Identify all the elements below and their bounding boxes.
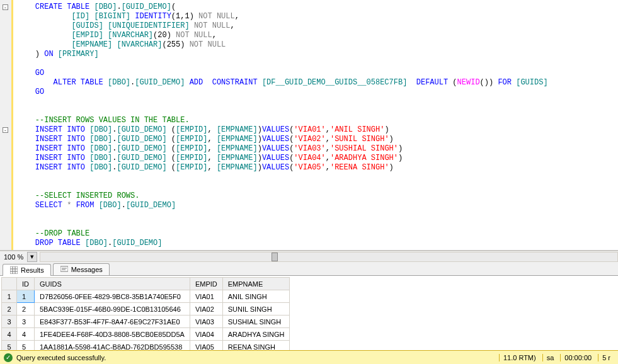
status-right: 11.0 RTM) sa 00:00:00 5 r [499,354,614,361]
cell[interactable]: ANIL SINGH [222,290,290,303]
column-header[interactable]: GUIDS [35,278,190,290]
status-rows: 5 r [598,354,614,361]
code-line[interactable] [17,210,614,220]
table-row[interactable]: 225BAC939E-015F-46B0-99DE-1C0B13105646VI… [2,303,290,316]
results-grid-area: IDGUIDSEMPIDEMPNAME11D7B26056-0FEE-4829-… [0,276,618,350]
status-user: sa [542,354,558,361]
cell[interactable]: 1FE4DEE4-F68F-40D3-8808-5BCB0E85DD5A [35,328,190,341]
svg-rect-0 [10,266,18,274]
code-line[interactable]: [EMPNAME] [NVARCHAR](255) NOT NULL [17,40,614,50]
code-line[interactable] [17,182,614,191]
cell[interactable]: 3 [17,316,35,328]
code-line[interactable]: SELECT * FROM [DBO].[GUID_DEMO] [17,201,614,210]
table-row[interactable]: 441FE4DEE4-F68F-40D3-8808-5BCB0E85DD5AVI… [2,328,290,341]
code-area[interactable]: CREATE TABLE [DBO].[GUID_DEMO]( [ID] [BI… [11,0,618,251]
row-number[interactable]: 3 [2,316,17,328]
horizontal-scrollbar[interactable] [40,252,618,262]
table-row[interactable]: 551AA1881A-5598-41AC-B8AD-762DBD595538VI… [2,341,290,351]
code-line[interactable]: [EMPID] [NVARCHAR](20) NOT NULL, [17,31,614,40]
code-line[interactable]: [ID] [BIGINT] IDENTITY(1,1) NOT NULL, [17,12,614,21]
row-number[interactable]: 4 [2,328,17,341]
code-line[interactable] [17,97,614,106]
code-line[interactable] [17,59,614,69]
cell[interactable]: SUNIL SINGH [222,303,290,316]
row-number[interactable]: 2 [2,303,17,316]
code-line[interactable]: ) ON [PRIMARY] [17,50,614,59]
status-bar: ✓ Query executed successfully. 11.0 RTM)… [0,350,618,364]
column-header[interactable] [2,278,17,290]
table-row[interactable]: 33E843F377-B53F-4F7F-8A47-6E9C27F31AE0VI… [2,316,290,328]
cell[interactable]: E843F377-B53F-4F7F-8A47-6E9C27F31AE0 [35,316,190,328]
code-line[interactable]: --DROP TABLE [17,229,614,239]
code-line[interactable]: INSERT INTO [DBO].[GUID_DEMO] ([EMPID], … [17,135,614,144]
success-icon: ✓ [4,353,13,362]
tab-results-label: Results [21,266,44,274]
column-header[interactable]: ID [17,278,35,290]
table-row[interactable]: 11D7B26056-0FEE-4829-9BC8-35B1A740E5F0VI… [2,290,290,303]
cell[interactable]: VIA02 [190,303,222,316]
cell[interactable]: ARADHYA SINGH [222,328,290,341]
results-tabs: Results Messages [0,262,618,276]
cell[interactable]: VIA01 [190,290,222,303]
zoom-bar: 100 % ▾ [0,251,618,262]
svg-rect-5 [60,266,68,271]
row-number[interactable]: 1 [2,290,17,303]
message-icon [60,265,69,274]
code-line[interactable]: --INSERT ROWS VALUES IN THE TABLE. [17,116,614,125]
cell[interactable]: VIA03 [190,316,222,328]
code-line[interactable]: INSERT INTO [DBO].[GUID_DEMO] ([EMPID], … [17,144,614,154]
scroll-thumb[interactable] [272,253,278,261]
row-number[interactable]: 5 [2,341,17,351]
zoom-percent: 100 % [0,253,27,261]
status-time: 00:00:00 [560,354,595,361]
code-line[interactable]: GO [17,88,614,97]
code-line[interactable]: ALTER TABLE [DBO].[GUID_DEMO] ADD CONSTR… [17,78,614,88]
tab-results[interactable]: Results [3,264,51,276]
grid-icon [9,266,18,275]
code-line[interactable]: CREATE TABLE [DBO].[GUID_DEMO]( [17,3,614,12]
results-table[interactable]: IDGUIDSEMPIDEMPNAME11D7B26056-0FEE-4829-… [1,277,290,350]
zoom-dropdown[interactable]: ▾ [27,252,37,262]
editor-gutter: -- [0,0,11,250]
cell[interactable]: 4 [17,328,35,341]
fold-toggle-icon[interactable]: - [3,4,8,10]
cell[interactable]: 5BAC939E-015F-46B0-99DE-1C0B13105646 [35,303,190,316]
code-line[interactable] [17,220,614,229]
code-line[interactable] [17,106,614,116]
code-line[interactable]: DROP TABLE [DBO].[GUID_DEMO] [17,239,614,248]
status-server: 11.0 RTM) [499,354,540,361]
code-line[interactable]: INSERT INTO [DBO].[GUID_DEMO] ([EMPID], … [17,163,614,173]
code-line[interactable]: GO [17,69,614,78]
cell[interactable]: VIA04 [190,328,222,341]
cell[interactable]: 2 [17,303,35,316]
column-header[interactable]: EMPID [190,278,222,290]
fold-toggle-icon[interactable]: - [3,127,8,133]
cell[interactable]: SUSHIAL SINGH [222,316,290,328]
column-header[interactable]: EMPNAME [222,278,290,290]
code-line[interactable] [17,173,614,182]
cell[interactable]: REENA SINGH [222,341,290,351]
tab-messages-label: Messages [71,266,103,273]
cell[interactable]: D7B26056-0FEE-4829-9BC8-35B1A740E5F0 [35,290,190,303]
code-line[interactable]: INSERT INTO [DBO].[GUID_DEMO] ([EMPID], … [17,154,614,163]
cell[interactable]: 1 [17,290,35,303]
code-line[interactable]: [GUIDS] [UNIQUEIDENTIFIER] NOT NULL, [17,21,614,31]
status-message: Query executed successfully. [16,354,106,361]
cell[interactable]: 5 [17,341,35,351]
code-line[interactable]: INSERT INTO [DBO].[GUID_DEMO] ([EMPID], … [17,125,614,135]
sql-editor[interactable]: -- CREATE TABLE [DBO].[GUID_DEMO]( [ID] … [0,0,618,251]
code-line[interactable]: --SELECT INSERTED ROWS. [17,191,614,201]
cell[interactable]: VIA05 [190,341,222,351]
tab-messages[interactable]: Messages [53,263,110,275]
cell[interactable]: 1AA1881A-5598-41AC-B8AD-762DBD595538 [35,341,190,351]
